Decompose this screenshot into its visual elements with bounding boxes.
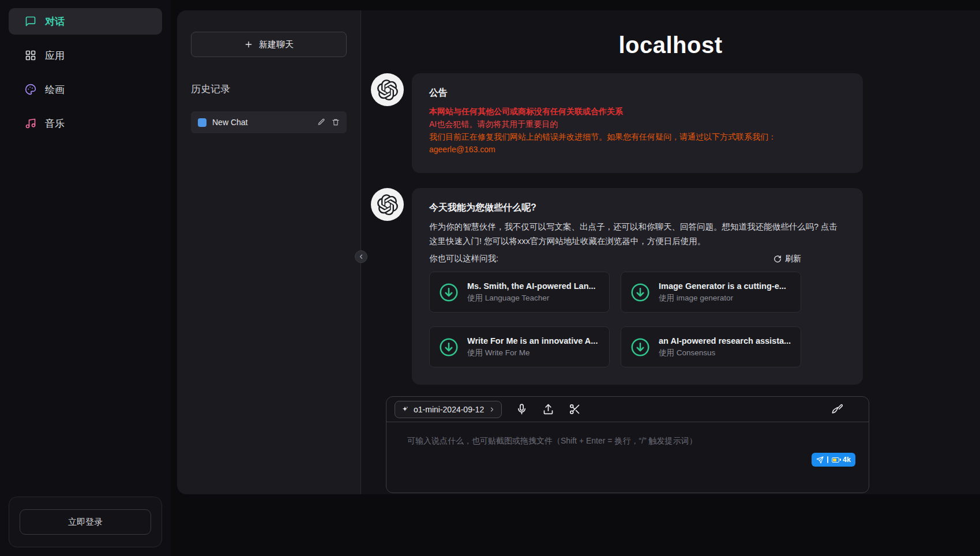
chat-color-icon bbox=[198, 118, 206, 127]
message-welcome: 今天我能为您做些什么呢? 作为你的智慧伙伴，我不仅可以写文案、出点子，还可以和你… bbox=[371, 188, 980, 385]
sidebar-item-label: 音乐 bbox=[45, 117, 65, 130]
input-toolbar: o1-mini-2024-09-12 bbox=[386, 397, 869, 422]
suggestion-card[interactable]: Write For Me is an innovative A... 使用 Wr… bbox=[429, 326, 610, 367]
circle-arrow-down-icon bbox=[630, 282, 651, 303]
model-name: o1-mini-2024-09-12 bbox=[414, 405, 484, 414]
announcement-heading: 公告 bbox=[429, 87, 846, 99]
suggestion-card[interactable]: Image Generator is a cutting-e... 使用 ima… bbox=[621, 272, 801, 313]
suggestion-text: Image Generator is a cutting-e... 使用 ima… bbox=[659, 281, 786, 303]
suggestion-title: Image Generator is a cutting-e... bbox=[659, 281, 786, 291]
suggestion-title: Ms. Smith, the AI-powered Lan... bbox=[467, 281, 596, 291]
refresh-label: 刷新 bbox=[785, 254, 801, 264]
ask-hint-row: 你也可以这样问我: 刷新 bbox=[429, 253, 801, 264]
suggestion-text: an AI-powered research assista... 使用 Con… bbox=[659, 336, 791, 358]
history-heading: 历史记录 bbox=[191, 82, 347, 96]
chevron-left-icon bbox=[358, 253, 365, 260]
palette-icon bbox=[25, 84, 36, 95]
openai-logo-icon bbox=[377, 194, 398, 215]
history-item-actions bbox=[317, 118, 340, 126]
suggestion-card[interactable]: Ms. Smith, the AI-powered Lan... 使用 Lang… bbox=[429, 272, 610, 313]
refresh-icon bbox=[774, 255, 782, 263]
plus-icon bbox=[244, 40, 253, 49]
announcement-line: 我们目前正在修复我们网站上的错误并改进细节。如果您有任何疑问，请通过以下方式联系… bbox=[429, 130, 846, 143]
content-panel: 新建聊天 历史记录 New Chat localhost 公告 本网站与任何其他… bbox=[177, 10, 980, 494]
clear-context-button[interactable] bbox=[831, 403, 843, 416]
suggestion-text: Ms. Smith, the AI-powered Lan... 使用 Lang… bbox=[467, 281, 596, 303]
suggestion-text: Write For Me is an innovative A... 使用 Wr… bbox=[467, 336, 598, 358]
broom-icon bbox=[831, 403, 843, 415]
announcement-line: AI也会犯错。请勿将其用于重要目的 bbox=[429, 118, 846, 130]
sidebar-item-label: 绘画 bbox=[45, 83, 65, 96]
suggestion-subtitle: 使用 Consensus bbox=[659, 348, 791, 358]
sidebar-item-label: 对话 bbox=[45, 15, 65, 28]
sidebar-item-draw[interactable]: 绘画 bbox=[9, 76, 162, 103]
history-item-title: New Chat bbox=[212, 118, 311, 127]
microphone-icon bbox=[516, 403, 528, 415]
suggestion-subtitle: 使用 Write For Me bbox=[467, 348, 598, 358]
history-item[interactable]: New Chat bbox=[191, 111, 347, 133]
screenshot-button[interactable] bbox=[569, 403, 581, 416]
circle-arrow-down-icon bbox=[438, 282, 459, 303]
welcome-heading: 今天我能为您做些什么呢? bbox=[429, 202, 846, 214]
sidebar-item-apps[interactable]: 应用 bbox=[9, 42, 162, 69]
scissors-icon bbox=[569, 403, 581, 415]
message-announcement: 公告 本网站与任何其他公司或商标没有任何关联或合作关系 AI也会犯错。请勿将其用… bbox=[371, 73, 980, 173]
input-body: 4k bbox=[386, 422, 869, 493]
token-badge: 4k bbox=[843, 456, 851, 464]
collapse-sidebar-button[interactable] bbox=[355, 250, 367, 263]
chat-icon bbox=[25, 16, 36, 27]
sidebar-item-label: 应用 bbox=[45, 49, 65, 62]
suggestion-subtitle: 使用 Language Teacher bbox=[467, 293, 596, 303]
login-button[interactable]: 立即登录 bbox=[20, 509, 151, 535]
battery-icon bbox=[832, 457, 839, 463]
suggestion-grid: Ms. Smith, the AI-powered Lan... 使用 Lang… bbox=[429, 272, 846, 367]
circle-arrow-down-icon bbox=[630, 337, 651, 358]
suggestion-subtitle: 使用 image generator bbox=[659, 293, 786, 303]
announcement-line: 本网站与任何其他公司或商标没有任何关联或合作关系 bbox=[429, 105, 846, 118]
chat-input-area: o1-mini-2024-09-12 bbox=[386, 396, 869, 493]
send-icon bbox=[816, 456, 824, 464]
music-note-icon bbox=[25, 118, 36, 129]
chevron-right-icon bbox=[489, 406, 495, 413]
delete-icon[interactable] bbox=[332, 118, 340, 126]
sidebar-item-music[interactable]: 音乐 bbox=[9, 110, 162, 137]
welcome-bubble: 今天我能为您做些什么呢? 作为你的智慧伙伴，我不仅可以写文案、出点子，还可以和你… bbox=[412, 188, 863, 385]
suggestion-title: Write For Me is an innovative A... bbox=[467, 336, 598, 345]
openai-logo-icon bbox=[377, 80, 398, 100]
mic-button[interactable] bbox=[516, 403, 528, 416]
upload-button[interactable] bbox=[542, 403, 555, 416]
assistant-avatar bbox=[371, 188, 404, 221]
sidebar-item-chat[interactable]: 对话 bbox=[9, 8, 162, 35]
new-chat-label: 新建聊天 bbox=[259, 39, 294, 50]
login-box: 立即登录 bbox=[9, 497, 162, 547]
edit-icon[interactable] bbox=[317, 118, 325, 126]
suggestion-card[interactable]: an AI-powered research assista... 使用 Con… bbox=[621, 326, 801, 367]
announcement-bubble: 公告 本网站与任何其他公司或商标没有任何关联或合作关系 AI也会犯错。请勿将其用… bbox=[412, 73, 863, 173]
apps-grid-icon bbox=[25, 50, 36, 61]
ask-hint-label: 你也可以这样问我: bbox=[429, 253, 498, 264]
contact-email-link[interactable]: ageerle@163.com bbox=[429, 143, 846, 156]
welcome-body: 作为你的智慧伙伴，我不仅可以写文案、出点子，还可以和你聊天、回答问题。想知道我还… bbox=[429, 220, 846, 249]
model-selector[interactable]: o1-mini-2024-09-12 bbox=[395, 401, 502, 418]
chat-main: localhost 公告 本网站与任何其他公司或商标没有任何关联或合作关系 AI… bbox=[361, 10, 980, 494]
history-panel: 新建聊天 历史记录 New Chat bbox=[177, 10, 361, 494]
assistant-avatar bbox=[371, 73, 404, 106]
page-title: localhost bbox=[361, 10, 980, 58]
suggestion-title: an AI-powered research assista... bbox=[659, 336, 791, 345]
refresh-button[interactable]: 刷新 bbox=[774, 254, 801, 264]
divider bbox=[827, 456, 828, 463]
circle-arrow-down-icon bbox=[438, 337, 459, 358]
upload-icon bbox=[542, 403, 554, 415]
sidebar: 对话 应用 绘画 音乐 立即登录 bbox=[0, 0, 171, 556]
message-input[interactable] bbox=[386, 422, 869, 493]
send-button[interactable]: 4k bbox=[812, 453, 855, 467]
new-chat-button[interactable]: 新建聊天 bbox=[191, 32, 347, 57]
sparkles-icon bbox=[401, 405, 409, 414]
